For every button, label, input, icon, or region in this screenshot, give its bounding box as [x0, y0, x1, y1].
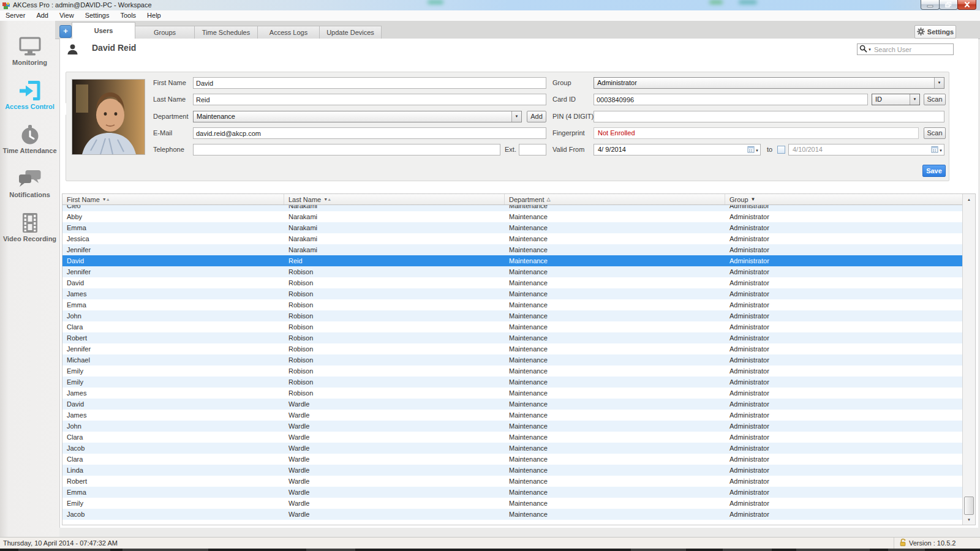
restore-button[interactable]	[939, 0, 958, 10]
tab-groups[interactable]: Groups	[135, 26, 195, 39]
tab-users[interactable]: Users	[72, 22, 135, 39]
table-row[interactable]: Emma Wardle Maintenance Administrator	[62, 487, 962, 498]
close-button[interactable]	[957, 0, 976, 10]
cell-last-name: Wardle	[284, 465, 505, 476]
table-row[interactable]: Jennifer Robison Maintenance Administrat…	[62, 266, 962, 277]
table-row[interactable]: Jacob Wardle Maintenance Administrator	[62, 443, 962, 454]
valid-to-checkbox[interactable]	[777, 146, 785, 154]
cell-group: Administrator	[725, 211, 962, 222]
column-header-first-name[interactable]: First Name ▼▲	[62, 194, 284, 204]
tab-time-schedules[interactable]: Time Schedules	[194, 26, 258, 39]
menu-server[interactable]: Server	[0, 10, 31, 21]
group-select[interactable]: Administrator ▼	[594, 77, 944, 89]
save-button[interactable]: Save	[922, 165, 946, 177]
menu-view[interactable]: View	[54, 10, 80, 21]
cell-group: Administrator	[725, 343, 962, 354]
table-row[interactable]: Emily Robison Maintenance Administrator	[62, 377, 962, 388]
table-row[interactable]: Emily Robison Maintenance Administrator	[62, 365, 962, 377]
cell-first-name: Clara	[62, 432, 284, 443]
table-row[interactable]: David Robison Maintenance Administrator	[62, 277, 962, 288]
cell-last-name: Wardle	[284, 454, 505, 465]
cell-last-name: Reid	[284, 255, 505, 266]
table-row[interactable]: John Wardle Maintenance Administrator	[62, 421, 962, 432]
menu-tools[interactable]: Tools	[115, 10, 141, 21]
cell-first-name: Cleo	[62, 205, 284, 211]
cell-group: Administrator	[725, 354, 962, 365]
table-row[interactable]: James Robison Maintenance Administrator	[62, 388, 962, 399]
card-scan-button[interactable]: Scan	[924, 94, 946, 105]
pin-input[interactable]	[594, 111, 944, 122]
cell-department: Maintenance	[505, 421, 725, 432]
scrollbar-thumb[interactable]	[964, 497, 974, 515]
table-row[interactable]: Emily Wardle Maintenance Administrator	[62, 498, 962, 509]
card-id-type-select[interactable]: ID ▼	[872, 94, 920, 105]
last-name-input[interactable]	[193, 94, 546, 105]
table-scrollbar[interactable]: ▲ ▼	[962, 194, 975, 525]
table-row[interactable]: Jennifer Narakami Maintenance Administra…	[62, 244, 962, 255]
valid-to-date-picker[interactable]: 4/10/2014 ▼	[788, 144, 944, 156]
table-row[interactable]: John Robison Maintenance Administrator	[62, 310, 962, 321]
tab-access-logs[interactable]: Access Logs	[257, 26, 320, 39]
table-row[interactable]: Jennifer Robison Maintenance Administrat…	[62, 343, 962, 354]
valid-from-date-picker[interactable]: 4/ 9/2014 ▼	[594, 144, 761, 156]
fingerprint-scan-button[interactable]: Scan	[924, 127, 946, 139]
chevron-down-icon: ▼	[934, 78, 944, 88]
tab-update-devices[interactable]: Update Devices	[319, 26, 382, 39]
user-photo	[72, 79, 145, 155]
column-header-group[interactable]: Group ▼	[725, 194, 962, 204]
table-row[interactable]: Linda Wardle Maintenance Administrator	[62, 465, 962, 476]
table-row[interactable]: Robert Wardle Maintenance Administrator	[62, 476, 962, 487]
ext-input[interactable]	[519, 144, 546, 156]
cell-first-name: Clara	[62, 454, 284, 465]
cell-last-name: Wardle	[284, 399, 505, 410]
scrollbar-up-icon[interactable]: ▲	[963, 195, 975, 204]
email-input[interactable]	[193, 127, 546, 139]
scrollbar-down-icon[interactable]: ▼	[963, 515, 975, 524]
cell-department: Maintenance	[505, 255, 725, 266]
cell-department: Maintenance	[505, 310, 725, 321]
table-row[interactable]: James Wardle Maintenance Administrator	[62, 410, 962, 421]
telephone-input[interactable]	[193, 144, 500, 156]
menu-add[interactable]: Add	[31, 10, 54, 21]
table-row[interactable]: Clara Wardle Maintenance Administrator	[62, 454, 962, 465]
sidebar-item-video-recording[interactable]: Video Recording	[0, 212, 59, 242]
table-row[interactable]: Emma Narakami Maintenance Administrator	[62, 222, 962, 233]
cell-first-name: Emily	[62, 365, 284, 377]
first-name-input[interactable]	[193, 77, 546, 89]
sidebar-item-notifications[interactable]: Notifications	[0, 168, 59, 198]
department-add-button[interactable]: Add	[527, 111, 546, 122]
cell-last-name: Wardle	[284, 498, 505, 509]
column-header-last-name[interactable]: Last Name ▼▲	[284, 194, 505, 204]
minimize-button[interactable]	[921, 0, 940, 10]
main-content: David Reid ▼	[59, 39, 978, 528]
windows-taskbar-edge	[0, 549, 980, 551]
search-box[interactable]: ▼	[857, 43, 954, 55]
sidebar-item-time-attendance[interactable]: Time Attendance	[0, 124, 59, 154]
table-row[interactable]: Cleo Narakami Maintenance Administrator	[62, 205, 962, 211]
search-input[interactable]	[873, 44, 953, 54]
table-row[interactable]: Abby Narakami Maintenance Administrator	[62, 211, 962, 222]
search-scope-caret-icon[interactable]: ▼	[868, 48, 872, 51]
department-select[interactable]: Maintenance ▼	[193, 111, 522, 122]
sidebar-item-access-control[interactable]: Access Control	[0, 80, 59, 110]
menu-help[interactable]: Help	[141, 10, 167, 21]
table-row[interactable]: David Reid Maintenance Administrator	[62, 255, 962, 266]
column-header-department[interactable]: Department △	[505, 194, 725, 204]
table-row[interactable]: Emma Robison Maintenance Administrator	[62, 299, 962, 310]
table-row[interactable]: James Robison Maintenance Administrator	[62, 288, 962, 299]
sidebar-item-monitoring[interactable]: Monitoring	[0, 36, 59, 66]
card-id-input[interactable]	[594, 94, 868, 105]
table-row[interactable]: Clara Robison Maintenance Administrator	[62, 321, 962, 332]
menu-settings[interactable]: Settings	[80, 10, 115, 21]
table-row[interactable]: Jacob Wardle Maintenance Administrator	[62, 509, 962, 520]
table-row[interactable]: Michael Robison Maintenance Administrato…	[62, 354, 962, 365]
table-row[interactable]: Robert Robison Maintenance Administrator	[62, 332, 962, 343]
table-row[interactable]: Clara Wardle Maintenance Administrator	[62, 432, 962, 443]
table-row[interactable]: David Wardle Maintenance Administrator	[62, 399, 962, 410]
table-row[interactable]: Jessica Narakami Maintenance Administrat…	[62, 233, 962, 244]
cell-last-name: Robison	[284, 354, 505, 365]
settings-button[interactable]: Settings	[914, 25, 956, 39]
app-window: AKCess Pro : admin@DAVID-PC - Workspace …	[0, 0, 980, 551]
add-tab-button[interactable]: +	[59, 25, 72, 38]
film-strip-icon	[0, 212, 59, 234]
